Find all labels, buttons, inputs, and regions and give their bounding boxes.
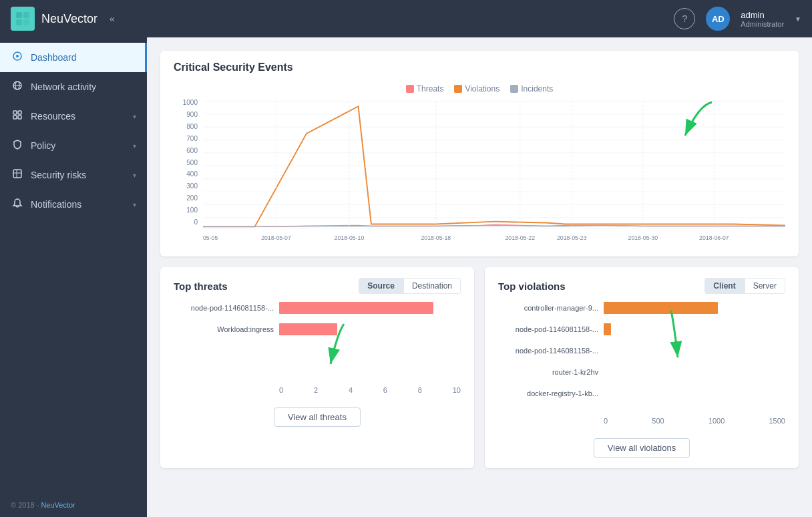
violations-bar-chart: controller-manager-9... node-pod-1146081… [485, 302, 799, 417]
help-button[interactable]: ? [674, 8, 695, 29]
sidebar-nav: Dashboard Network activity [0, 43, 147, 219]
critical-events-card: Critical Security Events Threats Violati… [160, 51, 799, 256]
threats-bar-row-2: Workload:ingress [174, 323, 461, 335]
violations-panel-header: Top violations Client Server [485, 267, 799, 302]
legend-threats: Threats [406, 84, 444, 94]
violations-bar-label-3: node-pod-1146081158-... [498, 347, 598, 355]
user-name: admin [741, 10, 784, 20]
sidebar-label-dashboard: Dashboard [31, 52, 77, 63]
sidebar-item-security-risks[interactable]: Security risks ▾ [0, 160, 147, 190]
sidebar-item-dashboard[interactable]: Dashboard [0, 43, 147, 72]
threats-title: Top threats [174, 281, 228, 292]
violations-bar-track-4 [604, 366, 785, 378]
threats-destination-tab[interactable]: Destination [403, 278, 461, 294]
svg-text:2018-06-07: 2018-06-07 [699, 234, 729, 241]
resources-icon [11, 110, 24, 123]
violations-bar-label-5: docker-registry-1-kb... [498, 389, 598, 397]
violations-bar-label-1: controller-manager-9... [498, 304, 598, 312]
svg-rect-10 [18, 111, 21, 114]
violations-client-tab[interactable]: Client [704, 278, 744, 294]
violations-tab-group: Client Server [704, 278, 785, 294]
svg-text:2018-05-18: 2018-05-18 [421, 234, 451, 241]
user-info: admin Administrator [741, 10, 784, 28]
top-violations-card: Top violations Client Server controller-… [485, 267, 799, 468]
sidebar: Dashboard Network activity [0, 37, 147, 517]
threats-bar-fill-2 [279, 323, 337, 335]
violations-bar-row-1: controller-manager-9... [498, 302, 785, 314]
threats-legend-dot [406, 85, 414, 93]
svg-rect-3 [23, 19, 29, 25]
critical-events-chart-area: Threats Violations Incidents 0 [160, 79, 799, 256]
violations-bar-row-4: router-1-kr2hv [498, 366, 785, 378]
violations-bar-row-3: node-pod-1146081158-... [498, 345, 785, 357]
svg-rect-0 [16, 12, 22, 18]
collapse-button[interactable]: « [110, 13, 115, 24]
view-violations-button[interactable]: View all violations [594, 438, 690, 458]
threats-tab-group: Source Destination [359, 278, 461, 294]
violations-bar-track-3 [604, 345, 785, 357]
y-axis: 0 100 200 300 400 500 600 700 800 900 10… [174, 99, 200, 226]
svg-text:2018-05-23: 2018-05-23 [557, 234, 587, 241]
violations-bar-row-2: node-pod-1146081158-... [498, 323, 785, 335]
sidebar-item-network-activity[interactable]: Network activity [0, 72, 147, 102]
violations-line [203, 106, 785, 226]
threats-bar-row-1: node-pod-1146081158-... [174, 302, 461, 314]
line-chart-svg: 2018-05-05 2018-05-07 2018-05-10 2018-05… [203, 99, 785, 246]
svg-rect-11 [13, 116, 17, 119]
resources-chevron: ▾ [133, 113, 136, 120]
svg-rect-13 [13, 170, 21, 178]
svg-rect-1 [23, 12, 29, 18]
violations-bar-fill-1 [604, 302, 718, 314]
violations-legend-dot [454, 85, 462, 93]
threats-source-tab[interactable]: Source [359, 278, 403, 294]
legend-incidents: Incidents [510, 84, 553, 94]
svg-text:2018-05-10: 2018-05-10 [335, 234, 365, 241]
policy-chevron: ▾ [133, 142, 136, 150]
svg-point-5 [16, 55, 19, 57]
svg-text:2018-05-22: 2018-05-22 [505, 234, 535, 241]
violations-bar-label-4: router-1-kr2hv [498, 368, 598, 376]
threats-legend-label: Threats [417, 84, 444, 94]
svg-text:2018-05-05: 2018-05-05 [203, 234, 218, 241]
footer-link[interactable]: NeuVector [41, 501, 75, 509]
logo-icon [11, 7, 35, 31]
network-icon [11, 80, 24, 94]
sidebar-item-policy[interactable]: Policy ▾ [0, 131, 147, 160]
sidebar-footer: © 2018 - NeuVector [0, 493, 147, 517]
sidebar-label-policy: Policy [31, 140, 55, 151]
threats-bar-fill-1 [279, 302, 433, 314]
policy-icon [11, 139, 24, 152]
violations-footer: View all violations [485, 430, 799, 468]
notifications-icon [11, 198, 24, 211]
violations-bar-track-1 [604, 302, 785, 314]
critical-events-title: Critical Security Events [174, 61, 293, 73]
user-dropdown-arrow[interactable]: ▼ [795, 15, 801, 23]
violations-bar-track-5 [604, 387, 785, 399]
view-threats-button[interactable]: View all threats [274, 407, 361, 427]
svg-rect-9 [13, 111, 17, 114]
sidebar-item-resources[interactable]: Resources ▾ [0, 102, 147, 131]
svg-text:2018-05-07: 2018-05-07 [261, 234, 291, 241]
critical-events-header: Critical Security Events [160, 51, 799, 79]
threats-bar-label-1: node-pod-1146081158-... [174, 304, 274, 312]
chart-legend: Threats Violations Incidents [174, 84, 785, 94]
violations-title: Top violations [498, 281, 566, 292]
security-chevron: ▾ [133, 172, 136, 179]
violations-bar-fill-2 [604, 323, 611, 335]
security-icon [11, 168, 24, 182]
sidebar-item-notifications[interactable]: Notifications ▾ [0, 190, 147, 219]
dashboard-icon [11, 51, 24, 64]
violations-bar-track-2 [604, 323, 785, 335]
sidebar-label-notifications: Notifications [31, 199, 81, 210]
legend-violations: Violations [454, 84, 499, 94]
violations-legend-label: Violations [465, 84, 499, 94]
notifications-chevron: ▾ [133, 201, 136, 208]
sidebar-label-security: Security risks [31, 170, 86, 180]
violations-bar-row-5: docker-registry-1-kb... [498, 387, 785, 399]
threats-x-axis: 0246810 [266, 386, 474, 399]
sidebar-label-resources: Resources [31, 111, 75, 122]
top-threats-card: Top threats Source Destination node-pod-… [160, 267, 474, 468]
violations-server-tab[interactable]: Server [745, 278, 785, 294]
incidents-legend-dot [510, 85, 518, 93]
threats-bar-chart: node-pod-1146081158-... Workload:ingress [160, 302, 474, 386]
